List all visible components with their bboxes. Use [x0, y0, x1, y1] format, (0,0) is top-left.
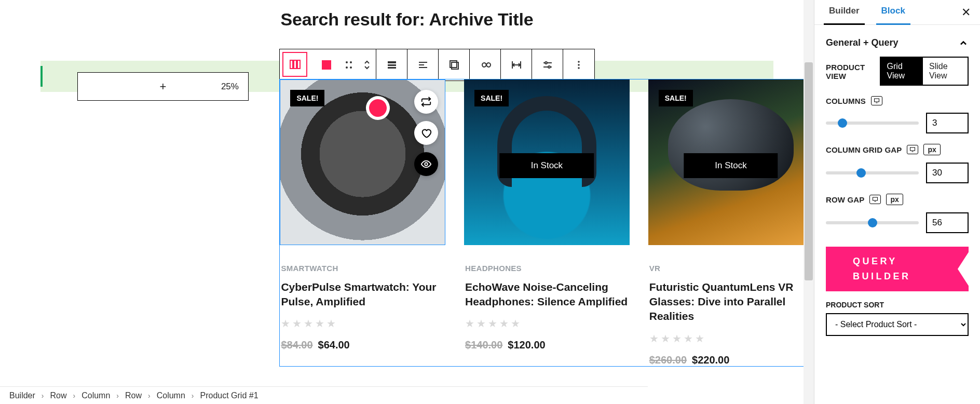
price-current: $64.00 — [318, 339, 350, 351]
slide-view-option[interactable]: Slide View — [923, 58, 968, 85]
svg-point-8 — [346, 66, 348, 69]
quickview-button[interactable] — [414, 152, 438, 176]
tab-builder[interactable]: Builder — [824, 0, 865, 25]
tab-block[interactable]: Block — [876, 0, 910, 25]
product-price: $140.00$120.00 — [465, 339, 629, 351]
canvas-scrollbar[interactable] — [804, 0, 814, 404]
svg-rect-16 — [452, 62, 458, 69]
svg-rect-29 — [874, 99, 879, 102]
breadcrumb-item[interactable]: Row — [50, 391, 66, 400]
unit-selector[interactable]: px — [886, 194, 903, 205]
price-current: $120.00 — [508, 339, 545, 351]
product-title[interactable]: EchoWave Noise-Canceling Headphones: Sil… — [465, 280, 629, 309]
svg-rect-4 — [324, 62, 329, 66]
settings-slider-icon[interactable] — [532, 49, 563, 80]
breadcrumb-item[interactable]: Row — [125, 391, 142, 400]
svg-point-26 — [578, 64, 580, 66]
columns-icon[interactable] — [282, 52, 307, 77]
columns-slider[interactable] — [826, 122, 919, 125]
align-left-icon[interactable] — [407, 49, 439, 80]
builder-row[interactable]: + 25% — [40, 61, 773, 92]
column-gap-input[interactable] — [926, 163, 969, 183]
column-width-label: 25% — [221, 82, 239, 92]
row-gap-input[interactable] — [926, 212, 969, 233]
svg-rect-31 — [910, 147, 915, 151]
responsive-icon[interactable] — [907, 145, 918, 154]
product-rating: ★★★★★ — [649, 332, 813, 345]
section-title: General + Query — [826, 37, 899, 48]
svg-rect-1 — [294, 60, 296, 69]
gallery-icon[interactable] — [439, 49, 470, 80]
product-view-toggle: Grid View Slide View — [880, 57, 969, 86]
responsive-icon[interactable] — [871, 96, 882, 105]
product-grid-block-icon[interactable] — [314, 49, 339, 80]
wishlist-button[interactable] — [414, 121, 438, 145]
responsive-icon[interactable] — [869, 195, 881, 204]
svg-point-6 — [346, 61, 348, 63]
product-card[interactable]: SALE! SMARTWATCH CyberPulse Smartwatch: … — [280, 79, 445, 366]
align-full-icon[interactable] — [376, 49, 407, 80]
stock-badge: In Stock — [500, 153, 594, 178]
product-category: HEADPHONES — [465, 264, 629, 273]
grid-view-option[interactable]: Grid View — [881, 58, 923, 85]
svg-rect-12 — [388, 67, 396, 69]
product-sort-label: PRODUCT SORT — [826, 301, 969, 309]
unit-selector[interactable]: px — [923, 144, 941, 155]
breadcrumb-item[interactable]: Column — [157, 391, 185, 400]
product-card[interactable]: SALE! In Stock HEADPHONES EchoWave Noise… — [464, 79, 630, 366]
svg-rect-0 — [290, 60, 293, 69]
empty-column-slot[interactable]: + 25% — [77, 72, 249, 101]
product-sort-select[interactable]: - Select Product Sort - — [826, 313, 969, 336]
infinity-icon[interactable] — [470, 49, 501, 80]
breadcrumb-item[interactable]: Builder — [9, 391, 35, 400]
add-icon: + — [160, 80, 167, 93]
sidebar-tabs: Builder Block ✕ — [814, 0, 980, 25]
svg-point-22 — [545, 62, 547, 64]
svg-point-24 — [548, 66, 550, 68]
sale-badge: SALE! — [290, 90, 324, 106]
product-price: $260.00$220.00 — [649, 354, 813, 366]
price-old: $140.00 — [465, 339, 502, 351]
row-gap-slider[interactable] — [826, 221, 919, 224]
column-gap-slider[interactable] — [826, 171, 919, 174]
columns-input[interactable] — [926, 113, 969, 133]
stock-badge: In Stock — [684, 153, 778, 178]
product-title[interactable]: Futuristic QuantumLens VR Glasses: Dive … — [649, 280, 813, 324]
inspector-sidebar: Builder Block ✕ General + Query PRODUCT … — [814, 0, 980, 404]
breadcrumb-item[interactable]: Product Grid #1 — [200, 391, 258, 400]
sale-badge: SALE! — [474, 90, 509, 106]
query-builder-button[interactable]: QUERY BUILDER — [826, 247, 969, 291]
more-icon[interactable] — [563, 49, 594, 80]
compare-button[interactable] — [414, 90, 438, 114]
page-title: Search result for: Archive Title — [0, 9, 814, 30]
price-current: $220.00 — [692, 354, 729, 366]
drag-handle-icon[interactable] — [339, 49, 358, 80]
product-title[interactable]: CyberPulse Smartwatch: Your Pulse, Ampli… — [281, 280, 444, 309]
product-image: SALE! In Stock — [648, 79, 814, 245]
product-rating: ★★★★★ — [465, 317, 629, 330]
hover-actions — [414, 90, 438, 176]
section-general-query[interactable]: General + Query — [826, 34, 969, 58]
block-toolbar — [279, 49, 595, 81]
close-icon[interactable]: ✕ — [961, 6, 971, 19]
move-updown-icon[interactable] — [358, 49, 376, 80]
breadcrumb: Builder› Row› Column› Row› Column› Produ… — [0, 386, 648, 404]
svg-point-27 — [578, 67, 580, 69]
row-gap-label: ROW GAP px — [826, 194, 969, 205]
breadcrumb-item[interactable]: Column — [81, 391, 110, 400]
product-image: SALE! In Stock — [464, 79, 630, 245]
sale-badge: SALE! — [659, 90, 693, 106]
svg-rect-2 — [297, 60, 300, 69]
svg-rect-17 — [450, 61, 457, 68]
product-view-label: PRODUCT VIEW — [826, 63, 880, 80]
column-gap-label: COLUMN GRID GAP px — [826, 144, 969, 155]
product-grid-block[interactable]: SALE! SMARTWATCH CyberPulse Smartwatch: … — [279, 79, 814, 367]
price-old: $260.00 — [649, 354, 687, 366]
svg-rect-33 — [873, 197, 878, 200]
width-icon[interactable] — [501, 49, 532, 80]
product-card[interactable]: SALE! In Stock VR Futuristic QuantumLens… — [648, 79, 814, 366]
columns-label: COLUMNS — [826, 96, 969, 105]
product-rating: ★★★★★ — [281, 317, 444, 330]
svg-point-9 — [350, 66, 352, 69]
product-price: $84.00$64.00 — [281, 339, 444, 351]
